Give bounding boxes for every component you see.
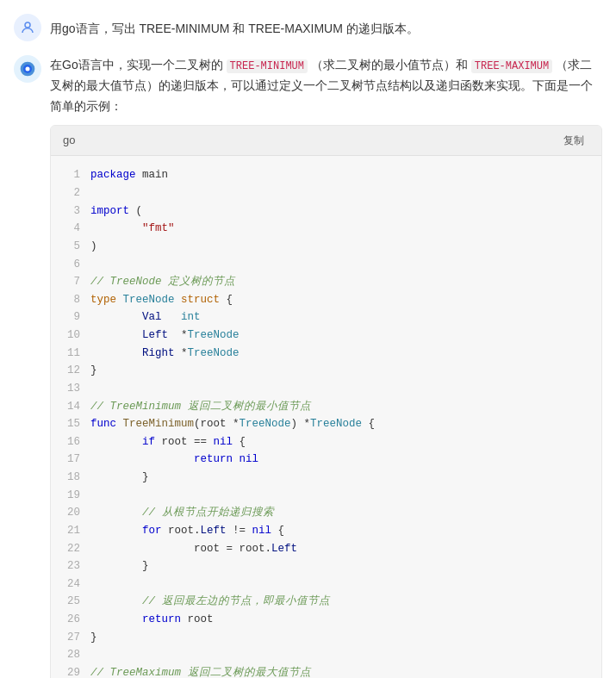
code-line: 6 <box>63 256 589 274</box>
user-avatar <box>14 14 41 41</box>
code-line: 2 <box>63 184 589 202</box>
code-line: 14// TreeMinimum 返回二叉树的最小值节点 <box>63 398 589 416</box>
user-message: 用go语言，写出 TREE-MINIMUM 和 TREE-MAXIMUM 的递归… <box>14 14 602 41</box>
code-line: 29// TreeMaximum 返回二叉树的最大值节点 <box>63 664 589 678</box>
code-line: 18 } <box>63 469 589 487</box>
ai-avatar <box>14 55 41 83</box>
code-line: 27} <box>63 629 589 647</box>
tree-minimum-inline: TREE-MINIMUM <box>227 59 308 73</box>
code-line: 28 <box>63 646 589 664</box>
code-line: 25 // 返回最左边的节点，即最小值节点 <box>63 593 589 611</box>
code-line: 16 if root == nil { <box>63 433 589 451</box>
code-line: 13 <box>63 380 589 398</box>
code-line: 10 Left *TreeNode <box>63 327 589 345</box>
code-line: 21 for root.Left != nil { <box>63 522 589 540</box>
code-line: 9 Val int <box>63 308 589 327</box>
code-line: 24 <box>63 575 589 594</box>
ai-intro-text: 在Go语言中，实现一个二叉树的 TREE-MINIMUM （求二叉树的最小值节点… <box>50 55 602 116</box>
code-line: 17 return nil <box>63 451 589 469</box>
code-line: 7// TreeNode 定义树的节点 <box>63 273 589 291</box>
svg-point-3 <box>26 67 30 72</box>
ai-content: 在Go语言中，实现一个二叉树的 TREE-MINIMUM （求二叉树的最小值节点… <box>50 55 602 678</box>
svg-point-0 <box>25 22 30 28</box>
code-line: 8type TreeNode struct { <box>63 291 589 309</box>
code-content: 1package main23import (4 "fmt"5)67// Tre… <box>51 156 601 678</box>
code-line: 4 "fmt" <box>63 220 589 238</box>
code-line: 19 <box>63 487 589 505</box>
user-message-text: 用go语言，写出 TREE-MINIMUM 和 TREE-MAXIMUM 的递归… <box>50 14 419 38</box>
code-line: 20 // 从根节点开始递归搜索 <box>63 504 589 522</box>
code-block: go 复制 1package main23import (4 "fmt"5)67… <box>50 125 602 678</box>
code-line: 23 } <box>63 557 589 575</box>
ai-message: 在Go语言中，实现一个二叉树的 TREE-MINIMUM （求二叉树的最小值节点… <box>14 55 602 678</box>
code-line: 12} <box>63 362 589 380</box>
code-line: 15func TreeMinimum(root *TreeNode) *Tree… <box>63 415 589 433</box>
code-header: go 复制 <box>51 126 601 156</box>
code-line: 5) <box>63 238 589 256</box>
tree-maximum-inline: TREE-MAXIMUM <box>471 59 552 73</box>
code-line: 26 return root <box>63 611 589 629</box>
code-language-label: go <box>63 131 75 150</box>
code-line: 22 root = root.Left <box>63 540 589 558</box>
copy-button[interactable]: 复制 <box>558 132 589 150</box>
code-line: 3import ( <box>63 202 589 221</box>
code-line: 11 Right *TreeNode <box>63 345 589 363</box>
code-line: 1package main <box>63 166 589 184</box>
